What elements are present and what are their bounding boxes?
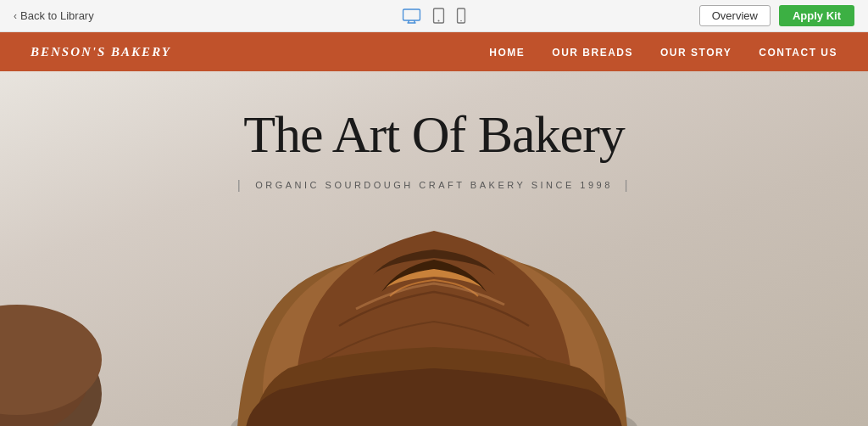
hero-subtitle: | ORGANIC SOURDOUGH CRAFT BAKERY SINCE 1… xyxy=(0,178,868,192)
top-bar: ‹ Back to Library O xyxy=(0,0,868,32)
site-logo[interactable]: BENSON'S BAKERY xyxy=(31,45,171,59)
hero-section: The Art Of Bakery | ORGANIC SOURDOUGH CR… xyxy=(0,71,868,426)
subtitle-bar-right: | xyxy=(625,178,631,192)
nav-links: HOME OUR BREADS OUR STORY CONTACT US xyxy=(489,44,837,59)
subtitle-bar-left: | xyxy=(237,178,243,192)
back-to-library-label: Back to Library xyxy=(20,9,94,22)
top-bar-actions: Overview Apply Kit xyxy=(699,5,854,26)
nav-item-home[interactable]: HOME xyxy=(489,44,525,59)
site-navbar: BENSON'S BAKERY HOME OUR BREADS OUR STOR… xyxy=(0,32,868,71)
apply-kit-button[interactable]: Apply Kit xyxy=(779,5,854,26)
chevron-left-icon: ‹ xyxy=(14,10,17,22)
tablet-view-icon[interactable] xyxy=(433,8,445,24)
nav-item-contact[interactable]: CONTACT US xyxy=(759,44,837,59)
hero-title: The Art Of Bakery xyxy=(0,105,868,163)
svg-rect-0 xyxy=(403,9,420,20)
device-switcher xyxy=(403,8,466,24)
mobile-view-icon[interactable] xyxy=(457,8,466,24)
nav-item-story[interactable]: OUR STORY xyxy=(660,44,732,59)
overview-button[interactable]: Overview xyxy=(699,5,771,26)
hero-subtitle-text: ORGANIC SOURDOUGH CRAFT BAKERY SINCE 199… xyxy=(255,180,613,190)
svg-point-7 xyxy=(460,20,462,22)
desktop-view-icon[interactable] xyxy=(403,8,421,24)
svg-point-5 xyxy=(438,20,440,22)
hero-text-block: The Art Of Bakery | ORGANIC SOURDOUGH CR… xyxy=(0,105,868,192)
back-to-library-link[interactable]: ‹ Back to Library xyxy=(14,9,94,22)
nav-item-breads[interactable]: OUR BREADS xyxy=(552,44,633,59)
